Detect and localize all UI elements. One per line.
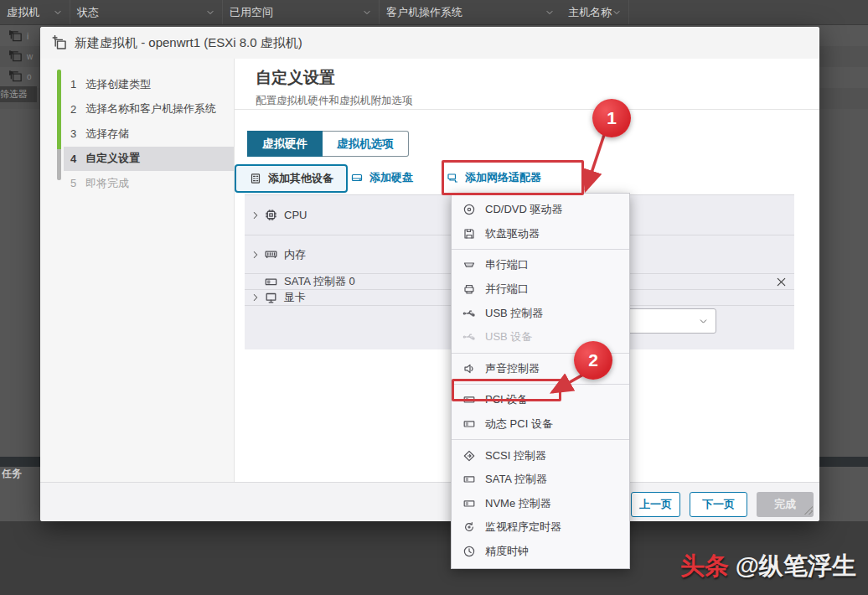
wizard-step[interactable]: 3 选择存储 [64, 122, 234, 147]
menu-item-label: NVMe 控制器 [485, 496, 551, 511]
tab[interactable]: 虚拟硬件 [247, 131, 323, 157]
vm-name: w [27, 52, 33, 61]
menu-item-label: 串行端口 [485, 257, 529, 272]
menu-item[interactable]: 串行端口 [452, 253, 629, 277]
toolbar-action-label: 添加其他设备 [268, 171, 333, 186]
caret-down-icon[interactable] [612, 8, 622, 18]
serial-icon [462, 258, 476, 272]
card-icon [462, 497, 476, 510]
scsi-icon [462, 449, 476, 463]
table-column-header[interactable]: 客户机操作系统 [380, 0, 561, 24]
caret-down-icon[interactable] [545, 8, 555, 18]
menu-item-label: 监视程序定时器 [485, 520, 561, 535]
caret-down-icon[interactable] [53, 8, 63, 18]
vm-list-item[interactable]: i [8, 28, 28, 44]
menu-item[interactable]: 精度时钟 [452, 540, 629, 564]
chevron-right-icon[interactable] [250, 249, 261, 261]
menu-item[interactable]: 监视程序定时器 [452, 515, 629, 540]
column-label: 已用空间 [230, 5, 273, 20]
caret-down-icon[interactable] [362, 8, 372, 18]
menu-item[interactable]: SATA 控制器 [452, 468, 629, 492]
usb-icon [462, 307, 476, 320]
device-icon [249, 172, 262, 185]
usb-icon [462, 330, 476, 344]
column-label: 状态 [77, 5, 99, 20]
wizard-steps: 1 选择创建类型 2 选择名称和客户机操作系统 3 选择存储 4 自定义设置 5… [40, 72, 234, 196]
cpu-icon [264, 208, 278, 222]
cd-icon [462, 203, 476, 216]
step-label: 自定义设置 [85, 151, 140, 166]
disk-icon [350, 171, 364, 184]
annotation-badge-1: 1 [592, 99, 631, 137]
vm-list-item[interactable]: w [8, 49, 33, 64]
table-column-header[interactable]: 主机名称 [561, 0, 629, 24]
card-icon [462, 417, 476, 431]
step-label: 即将完成 [85, 176, 129, 191]
vm-icon [8, 49, 23, 64]
recent-tasks-label[interactable]: 任务 [2, 467, 39, 481]
tab-label: 虚拟硬件 [262, 137, 307, 152]
menu-item-label: 声音控制器 [485, 361, 540, 376]
tab-label: 虚拟机选项 [337, 137, 394, 152]
clock-icon [462, 545, 476, 558]
menu-item[interactable]: CD/DVD 驱动器 [452, 198, 629, 222]
menu-item[interactable]: SCSI 控制器 [452, 443, 629, 468]
menu-item[interactable]: 并行端口 [452, 277, 629, 302]
menu-item-label: SATA 控制器 [485, 472, 547, 487]
wizard-step[interactable]: 5 即将完成 [64, 171, 234, 196]
menu-item[interactable]: NVMe 控制器 [452, 492, 629, 516]
toolbar-action[interactable]: 添加硬盘 [350, 170, 413, 185]
dialog-titlebar: 新建虚拟机 - openwrt1 (ESXi 8.0 虚拟机) [40, 27, 819, 59]
wizard-steps-panel: 1 选择创建类型 2 选择名称和客户机操作系统 3 选择存储 4 自定义设置 5… [40, 59, 235, 482]
caret-down-icon [698, 316, 709, 327]
menu-item[interactable]: 软盘驱动器 [452, 222, 629, 246]
wizard-step[interactable]: 2 选择名称和客户机操作系统 [64, 97, 234, 122]
chevron-right-icon[interactable] [250, 292, 261, 303]
menu-item-label: 并行端口 [485, 282, 529, 297]
toolbar-action[interactable]: 添加其他设备 [235, 164, 348, 193]
watermark-handle: @纵笔浮生 [736, 552, 856, 579]
card-icon [264, 275, 278, 289]
table-column-header[interactable]: 虚拟机 [0, 0, 70, 24]
chevron-right-icon[interactable] [250, 210, 261, 221]
step-number: 3 [70, 127, 85, 140]
table-column-header[interactable]: 状态 [70, 0, 223, 24]
prev-button[interactable]: 上一页 [631, 492, 680, 517]
menu-item[interactable]: 动态 PCI 设备 [452, 412, 629, 437]
table-column-header[interactable]: 已用空间 [223, 0, 380, 24]
menu-item-label: USB 控制器 [485, 306, 543, 321]
card-icon [462, 473, 476, 486]
vm-add-icon [52, 35, 68, 51]
dialog-title: 新建虚拟机 - openwrt1 (ESXi 8.0 虚拟机) [75, 35, 302, 51]
menu-item[interactable]: USB 控制器 [452, 301, 629, 325]
vm-icon [8, 69, 23, 84]
vm-name: o [27, 72, 32, 81]
caret-down-icon[interactable] [205, 8, 215, 18]
sound-icon [462, 362, 476, 375]
menu-item-label: 软盘驱动器 [485, 226, 540, 241]
annotation-rect-pci-device [452, 379, 561, 401]
floppy-icon [462, 227, 476, 241]
step-number: 1 [70, 78, 85, 91]
hardware-label: 内存 [284, 247, 306, 262]
wizard-step[interactable]: 1 选择创建类型 [64, 72, 234, 97]
vm-list-item[interactable]: o [8, 69, 32, 84]
page-title: 自定义设置 [256, 67, 335, 89]
dialog-footer: 上一页 下一页 完成 [40, 482, 819, 521]
toolbar-action-label: 添加硬盘 [369, 170, 413, 185]
menu-item-label: USB 设备 [485, 329, 532, 344]
display-icon [264, 291, 278, 305]
new-vm-wizard-dialog: 新建虚拟机 - openwrt1 (ESXi 8.0 虚拟机) 1 选择创建类型… [40, 27, 819, 521]
annotation-rect-add-other-device [442, 160, 584, 195]
watermark: 头条@纵笔浮生 [680, 550, 856, 583]
filter-label[interactable]: 筛选器 [0, 86, 37, 102]
vm-table-header: 虚拟机 状态 已用空间 客户机操作系统 主机名称 [0, 0, 868, 25]
tab[interactable]: 虚拟机选项 [323, 131, 409, 157]
resize-grip[interactable] [804, 506, 813, 515]
wizard-step[interactable]: 4 自定义设置 [64, 147, 234, 172]
menu-item-label: SCSI 控制器 [485, 448, 546, 463]
next-button[interactable]: 下一页 [690, 492, 747, 517]
page-subtitle: 配置虚拟机硬件和虚拟机附加选项 [256, 94, 413, 108]
menu-divider [452, 439, 629, 440]
close-icon[interactable] [775, 276, 788, 288]
